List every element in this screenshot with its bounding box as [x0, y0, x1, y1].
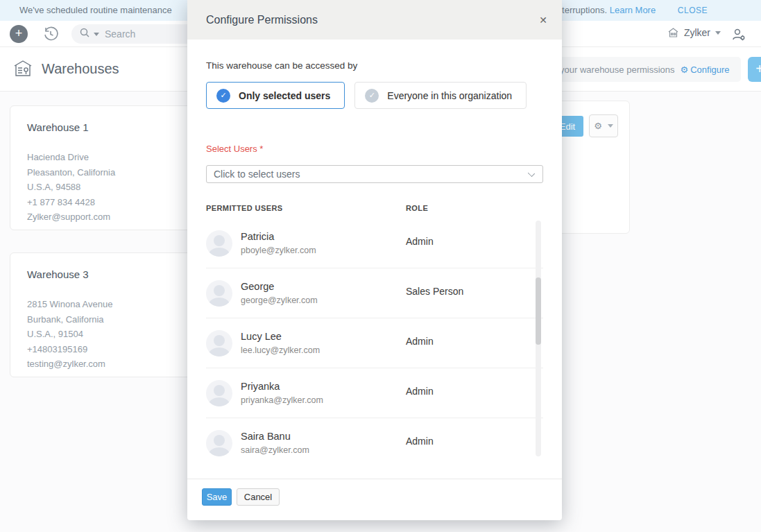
quick-create-button[interactable]: +	[10, 25, 28, 43]
close-icon[interactable]: ✕	[536, 12, 551, 28]
warehouse-icon	[12, 58, 33, 79]
table-row: Lucy Lee lee.lucy@zylker.com Admin	[206, 318, 543, 368]
configure-link-label: Configure	[690, 65, 729, 75]
banner-message-left: We've scheduled routine maintenance	[19, 5, 172, 15]
user-name: Patricia	[241, 231, 316, 242]
access-options: ✓ Only selected users ✓ Everyone in this…	[206, 82, 543, 109]
user-name: Priyanka	[241, 381, 323, 392]
warehouse-address-line: Hacienda Drive	[27, 150, 181, 165]
modal-title: Configure Permissions	[206, 14, 318, 26]
org-caret-icon	[715, 31, 721, 35]
select-users-placeholder: Click to select users	[214, 169, 300, 180]
table-header: PERMITTED USERS ROLE	[206, 204, 543, 212]
configure-link[interactable]: ⚙ Configure	[681, 65, 730, 75]
option-only-selected-users[interactable]: ✓ Only selected users	[206, 82, 345, 109]
user-email: lee.lucy@zylker.com	[241, 345, 320, 355]
app-window: We've scheduled routine maintenance ce i…	[0, 0, 761, 532]
warehouse-phone-line: +14803195169	[27, 342, 181, 357]
permissions-hint-text: rol your warehouse permissions	[547, 65, 675, 75]
option-label: Only selected users	[239, 90, 330, 101]
user-email: saira@zylker.com	[241, 445, 309, 455]
user-email: pboyle@zylker.com	[241, 246, 316, 255]
role-column-header: ROLE	[406, 204, 543, 212]
user-name: George	[241, 281, 318, 292]
select-users-dropdown[interactable]: Click to select users	[206, 165, 543, 183]
warehouse-address-line: Pleasanton, California	[27, 165, 181, 180]
option-everyone-in-org[interactable]: ✓ Everyone in this organization	[354, 82, 527, 109]
settings-dropdown-button[interactable]: ⚙	[589, 114, 618, 137]
avatar	[206, 280, 232, 307]
user-role: Admin	[406, 436, 434, 447]
banner-message-right: ce interruptions. Learn More CLOSE	[543, 5, 708, 15]
page-title-group: Warehouses	[12, 58, 119, 79]
search-scope-caret-icon[interactable]	[94, 33, 99, 36]
cancel-button[interactable]: Cancel	[237, 488, 280, 506]
modal-header: Configure Permissions ✕	[187, 0, 562, 40]
user-name: Saira Banu	[241, 431, 309, 442]
user-role: Admin	[406, 236, 434, 247]
organization-icon	[667, 27, 679, 38]
access-label: This warehouse can be accessed by	[206, 60, 543, 71]
new-warehouse-button[interactable]: +	[748, 57, 761, 82]
org-switcher[interactable]: Zylker	[667, 27, 721, 38]
avatar	[206, 380, 232, 406]
org-name: Zylker	[684, 27, 710, 38]
warehouse-address-line: 2815 Winona Avenue	[27, 297, 181, 312]
warehouse-card-1[interactable]: Warehouse 1 Hacienda Drive Pleasanton, C…	[10, 105, 198, 230]
table-row: George george@zylker.com Sales Person	[206, 268, 543, 318]
check-circle-icon: ✓	[216, 89, 230, 103]
warehouse-address-line: U.S.A, 94588	[27, 180, 181, 195]
avatar	[206, 330, 232, 357]
gear-icon: ⚙	[681, 65, 689, 75]
page-title: Warehouses	[42, 61, 119, 77]
warehouse-card-3[interactable]: Warehouse 3 2815 Winona Avenue Burbank, …	[10, 252, 198, 377]
scrollbar-thumb[interactable]	[536, 277, 541, 345]
warehouse-address-line: Burbank, California	[27, 312, 181, 327]
save-button[interactable]: Save	[202, 488, 232, 506]
search-icon	[80, 28, 89, 40]
warehouse-card-title: Warehouse 1	[27, 121, 181, 133]
chevron-down-icon	[528, 170, 535, 177]
gear-icon: ⚙	[594, 121, 602, 131]
warehouse-address-line: U.S.A., 91504	[27, 327, 181, 342]
select-users-label: Select Users *	[206, 144, 543, 154]
avatar	[206, 430, 232, 456]
scrollbar-track[interactable]	[536, 221, 541, 456]
warehouse-email-line: testing@zylker.com	[27, 357, 181, 372]
permitted-users-column-header: PERMITTED USERS	[206, 204, 283, 212]
user-email: george@zylker.com	[241, 295, 318, 305]
user-role: Admin	[406, 336, 434, 347]
users-admin-icon[interactable]	[730, 26, 747, 43]
chevron-down-icon	[608, 124, 613, 128]
table-row: Saira Banu saira@zylker.com Admin	[206, 418, 543, 456]
table-row: Patricia pboyle@zylker.com Admin	[206, 218, 543, 268]
learn-more-link[interactable]: Learn More	[610, 5, 656, 15]
modal-body: This warehouse can be accessed by ✓ Only…	[206, 40, 543, 456]
warehouse-email-line: Zylker@support.com	[27, 209, 181, 225]
user-email: priyanka@zylker.com	[241, 395, 323, 405]
warehouse-card-title: Warehouse 3	[27, 268, 181, 280]
check-circle-icon: ✓	[365, 89, 379, 103]
user-role: Admin	[406, 386, 434, 397]
option-label: Everyone in this organization	[387, 90, 512, 101]
table-row: Priyanka priyanka@zylker.com Admin	[206, 368, 543, 418]
recent-history-icon[interactable]	[42, 25, 60, 43]
search-input[interactable]: Search	[105, 28, 135, 40]
permissions-hint-pill: rol your warehouse permissions ⚙ Configu…	[538, 57, 741, 82]
modal-footer: Save Cancel	[187, 479, 562, 520]
user-name: Lucy Lee	[241, 331, 320, 342]
user-role: Sales Person	[406, 286, 463, 297]
warehouse-phone-line: +1 877 834 4428	[27, 195, 181, 210]
avatar	[206, 230, 232, 257]
banner-close-button[interactable]: CLOSE	[678, 6, 708, 15]
configure-permissions-modal: Configure Permissions ✕ This warehouse c…	[187, 0, 562, 520]
permitted-users-list: Patricia pboyle@zylker.com Admin George …	[206, 218, 543, 456]
